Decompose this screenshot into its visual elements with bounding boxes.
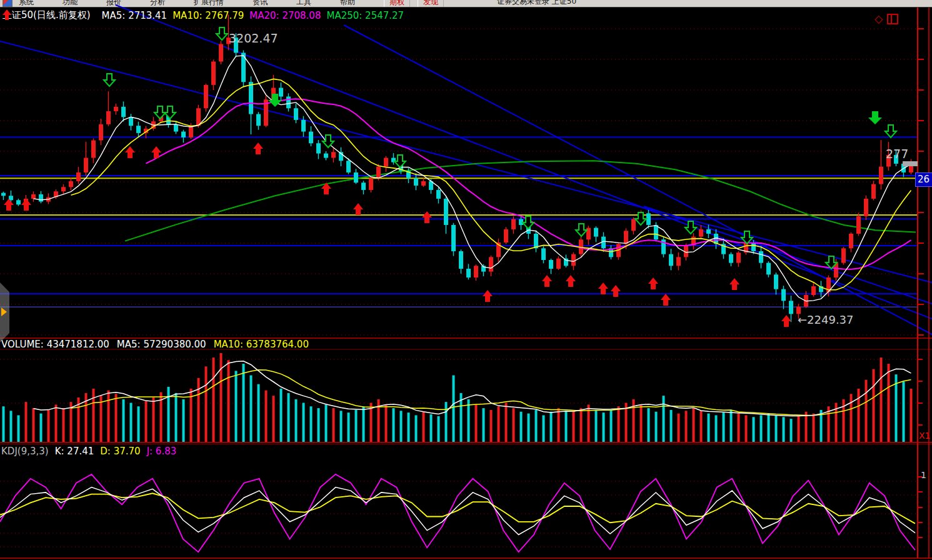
volume-header-row: VOLUME: 43471812.00 MA5: 57290380.00 MA1… [1,339,309,350]
sidebar-expand-handle[interactable] [0,282,9,342]
current-price-box: 26 [915,172,932,187]
ma10-value: MA10: 2767.79 [173,10,244,21]
expand-arrow-icon [1,308,7,316]
low-price-label: ←2249.37 [798,313,854,326]
ma5-value: MA5: 2713.41 [102,10,168,21]
last-price-marker [903,161,918,166]
volume-axis-label: X1 [919,431,931,441]
ma250-value: MA250: 2547.27 [326,10,404,21]
recent-high-label: 277 [886,147,918,161]
kdj-header-row: KDJ(9,3,3) K: 27.41 D: 37.70 J: 6.83 [1,446,176,457]
window-split-icon[interactable] [887,14,898,24]
volume-ma10-value: MA10: 63783764.00 [214,339,309,350]
kdj-title: KDJ(9,3,3) [1,446,49,457]
kdj-k-value: K: 27.41 [55,446,94,457]
chart-corner-controls: ◇ [874,14,898,24]
kdj-axis-label: 1 [921,470,926,480]
candlestick-chart-canvas[interactable] [0,0,932,560]
kdj-j-value: J: 6.83 [147,446,177,457]
peak-price-label: 3202.47 [229,31,278,45]
diamond-icon[interactable]: ◇ [874,14,883,24]
chart-title: 上证50(日线.前复权) [3,9,91,21]
app-window: 系统 功能 报价 分析 扩展行情 资讯 工具 帮助 期权 发现 证券交易未登录 … [0,0,932,560]
volume-value: VOLUME: 43471812.00 [1,339,109,350]
volume-ma5-value: MA5: 57290380.00 [117,339,206,350]
chart-title-row: 上证50(日线.前复权) MA5: 2713.41 MA10: 2767.79 … [3,9,404,21]
ma20-value: MA20: 2708.08 [249,10,321,21]
kdj-d-value: D: 37.70 [100,446,140,457]
